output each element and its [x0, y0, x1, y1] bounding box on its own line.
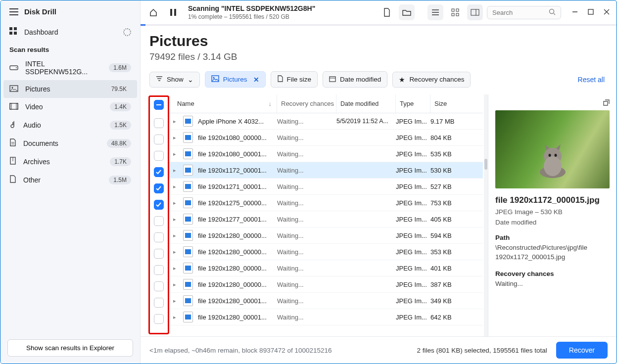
pause-button[interactable]: [165, 4, 181, 20]
row-checkbox[interactable]: [154, 281, 164, 291]
table-scrollbar[interactable]: [484, 94, 488, 336]
recovery-filter-button[interactable]: ★ Recovery chances: [392, 72, 471, 88]
sidebar-item-audio[interactable]: Audio1.5K: [0, 116, 140, 134]
cell-size: 401 KB: [430, 265, 465, 272]
table-row[interactable]: ▸file 1920x1280_00000...Waiting...JPEG I…: [169, 228, 483, 244]
col-type[interactable]: Type: [396, 94, 430, 113]
row-checkbox[interactable]: [154, 183, 164, 193]
scan-subtitle: 1% complete – 1595561 files / 520 GB: [188, 13, 315, 20]
expand-chevron-icon[interactable]: ▸: [173, 249, 176, 255]
cell-date: 5/5/2019 11:52 A...: [336, 118, 396, 125]
expand-chevron-icon[interactable]: ▸: [173, 200, 176, 206]
table-row[interactable]: ▸Apple iPhone X 4032...Waiting...5/5/201…: [169, 113, 483, 130]
row-checkbox[interactable]: [154, 151, 164, 161]
sidebar-item-archive[interactable]: Archives1.7K: [0, 152, 140, 171]
close-icon[interactable]: ✕: [253, 76, 259, 84]
folder-icon[interactable]: [399, 4, 415, 20]
expand-chevron-icon[interactable]: ▸: [173, 135, 176, 141]
col-size[interactable]: Size: [430, 94, 465, 113]
filesize-filter-button[interactable]: File size: [271, 71, 318, 88]
expand-chevron-icon[interactable]: ▸: [173, 265, 176, 272]
drive-icon: [9, 64, 18, 72]
details-meta: JPEG Image – 530 KB: [495, 208, 610, 216]
col-date[interactable]: Date modified: [336, 94, 396, 113]
page-subtitle: 79492 files / 3.14 GB: [149, 51, 608, 62]
close-button[interactable]: [604, 9, 610, 16]
show-in-explorer-button[interactable]: Show scan results in Explorer: [7, 339, 133, 357]
row-checkbox[interactable]: [154, 265, 164, 275]
table-row[interactable]: ▸file 1920x1280_00000...Waiting...JPEG I…: [169, 276, 483, 293]
reset-all-link[interactable]: Reset all: [578, 76, 608, 84]
col-recovery[interactable]: Recovery chances: [277, 94, 336, 113]
minimize-button[interactable]: [572, 9, 578, 16]
table-row[interactable]: ▸file 1920x1275_00000...Waiting...JPEG I…: [169, 195, 483, 211]
row-checkbox[interactable]: [154, 298, 164, 308]
datemod-filter-button[interactable]: Date modified: [323, 71, 387, 88]
file-icon[interactable]: [379, 4, 395, 20]
table-row[interactable]: ▸file 1920x1280_00000...Waiting...JPEG I…: [169, 260, 483, 276]
sidebar-item-label: Other: [23, 176, 41, 184]
menu-icon[interactable]: [9, 8, 18, 15]
row-checkbox[interactable]: [154, 167, 164, 177]
svg-rect-18: [456, 9, 459, 11]
row-checkbox[interactable]: [154, 200, 164, 210]
row-checkbox[interactable]: [154, 216, 164, 226]
row-checkbox[interactable]: [154, 135, 164, 144]
grid-view-button[interactable]: [447, 4, 463, 20]
cell-recovery: Waiting...: [277, 232, 336, 239]
expand-chevron-icon[interactable]: ▸: [173, 167, 176, 174]
maximize-button[interactable]: [588, 9, 594, 16]
select-all-checkbox[interactable]: [154, 100, 164, 110]
table-row[interactable]: ▸file 1920x1271_00001...Waiting...JPEG I…: [169, 179, 483, 195]
expand-chevron-icon[interactable]: ▸: [173, 281, 176, 288]
sidebar-item-document[interactable]: Documents48.8K: [0, 134, 140, 152]
table-row[interactable]: ▸file 1920x1280_00000...Waiting...JPEG I…: [169, 244, 483, 260]
expand-chevron-icon[interactable]: ▸: [173, 151, 176, 157]
home-button[interactable]: [145, 4, 161, 20]
expand-chevron-icon[interactable]: ▸: [173, 216, 176, 223]
sidebar-item-picture[interactable]: Pictures79.5K: [3, 80, 137, 98]
svg-point-23: [550, 9, 554, 13]
search-icon: [549, 8, 556, 17]
panel-view-button[interactable]: [467, 4, 483, 20]
cell-recovery: Waiting...: [277, 265, 336, 272]
row-checkbox[interactable]: [154, 249, 164, 259]
sidebar-item-label: Pictures: [25, 85, 50, 93]
cell-size: 530 KB: [430, 167, 465, 174]
document-icon: [9, 138, 16, 148]
checkbox-column-highlight: [148, 95, 169, 334]
table-row[interactable]: ▸file 1920x1172_00001...Waiting...JPEG I…: [169, 162, 483, 179]
row-checkbox[interactable]: [154, 314, 164, 324]
sort-arrow-icon[interactable]: ↓: [269, 100, 272, 107]
table-row[interactable]: ▸file 1920x1080_00000...Waiting...JPEG I…: [169, 130, 483, 146]
search-box[interactable]: [487, 6, 561, 19]
search-input[interactable]: [492, 9, 545, 16]
show-filter-button[interactable]: Show ⌄: [149, 72, 200, 88]
svg-rect-3: [14, 32, 17, 35]
table-row[interactable]: ▸file 1920x1080_00001...Waiting...JPEG I…: [169, 146, 483, 162]
svg-rect-19: [452, 13, 454, 16]
expand-chevron-icon[interactable]: ▸: [173, 183, 176, 190]
details-filename: file 1920x1172_000015.jpg: [495, 195, 610, 205]
table-row[interactable]: ▸file 1920x1277_00001...Waiting...JPEG I…: [169, 211, 483, 228]
recover-button[interactable]: Recover: [556, 342, 608, 359]
expand-chevron-icon[interactable]: ▸: [173, 232, 176, 239]
sidebar-item-video[interactable]: Video1.4K: [0, 98, 140, 116]
expand-chevron-icon[interactable]: ▸: [173, 298, 176, 304]
sidebar-item-other[interactable]: Other1.5M: [0, 171, 140, 189]
file-thumb-icon: [183, 197, 193, 208]
expand-chevron-icon[interactable]: ▸: [173, 118, 176, 125]
pictures-filter-chip[interactable]: Pictures ✕: [205, 71, 266, 88]
sidebar-item-drive[interactable]: INTEL SSDPEKNW512G...1.6M: [0, 55, 140, 80]
row-checkbox[interactable]: [154, 118, 164, 128]
sidebar-dashboard[interactable]: Dashboard: [0, 23, 140, 41]
table-row[interactable]: ▸file 1920x1280_00001...Waiting...JPEG I…: [169, 293, 483, 309]
cell-type: JPEG Im...: [396, 118, 430, 125]
list-view-button[interactable]: [427, 4, 443, 20]
svg-point-5: [16, 67, 17, 68]
expand-chevron-icon[interactable]: ▸: [173, 314, 176, 320]
table-row[interactable]: ▸file 1920x1280_00001...Waiting...JPEG I…: [169, 309, 483, 325]
row-checkbox[interactable]: [154, 232, 164, 242]
col-name[interactable]: Name: [177, 100, 194, 107]
open-external-icon[interactable]: [602, 99, 610, 109]
